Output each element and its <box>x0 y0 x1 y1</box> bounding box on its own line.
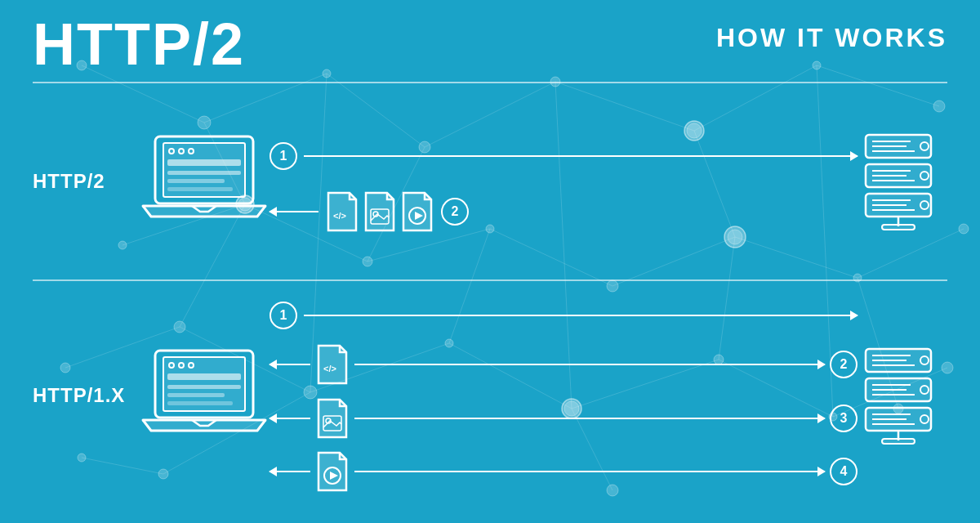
http1x-response3-right <box>354 471 825 472</box>
http1x-server-icon <box>858 342 947 449</box>
svg-rect-75 <box>167 187 233 191</box>
header: HTTP/2 HOW IT WORKS <box>0 0 980 82</box>
http1x-response3-left <box>270 471 310 472</box>
http2-section: HTTP/2 1 <box>0 83 980 279</box>
http1x-image-file-icon <box>315 398 350 439</box>
http2-request-arrow <box>304 155 858 157</box>
http1x-laptop-icon <box>139 338 270 453</box>
http1x-badge-4: 4 <box>830 458 858 485</box>
http2-label: HTTP/2 <box>33 170 131 193</box>
http2-code-file-icon: </> <box>325 191 359 232</box>
page-content: HTTP/2 HOW IT WORKS HTTP/2 <box>0 0 980 523</box>
http2-badge-2: 2 <box>441 198 469 226</box>
http1x-label: HTTP/1.X <box>33 384 131 407</box>
svg-rect-103 <box>167 373 241 380</box>
http1x-response2-right <box>354 418 825 419</box>
svg-rect-104 <box>167 385 241 389</box>
http2-middle: 1 </> <box>270 83 858 279</box>
http1x-request-row: 1 <box>270 302 858 329</box>
http1x-badge-2: 2 <box>830 351 858 378</box>
http1x-response2-left <box>270 418 310 419</box>
http2-video-file-icon <box>400 191 434 232</box>
svg-rect-128 <box>882 439 915 444</box>
http2-image-file-icon <box>363 191 397 232</box>
svg-rect-72 <box>167 159 241 166</box>
svg-rect-106 <box>167 401 233 405</box>
http1x-badge-1: 1 <box>270 302 297 329</box>
http1x-badge-3: 3 <box>830 405 858 432</box>
main-title: HTTP/2 <box>33 15 245 74</box>
http1x-middle: 1 </> 2 <box>270 281 858 510</box>
http2-response-arrow <box>270 211 318 212</box>
http2-laptop-icon <box>139 124 270 239</box>
svg-rect-73 <box>167 171 241 175</box>
svg-rect-74 <box>167 179 225 183</box>
http1x-response-3-row: 4 <box>270 451 858 492</box>
http2-server-icon <box>858 128 947 235</box>
http1x-response-1-row: </> 2 <box>270 344 858 385</box>
http1x-video-file-icon <box>315 451 350 492</box>
http2-badge-1: 1 <box>270 142 297 170</box>
svg-rect-105 <box>167 393 225 397</box>
subtitle: HOW IT WORKS <box>716 23 947 53</box>
svg-text:</>: </> <box>333 211 346 221</box>
http1x-request-arrow <box>304 315 858 316</box>
http2-response-row: </> <box>270 191 858 232</box>
http2-request-row: 1 <box>270 142 858 170</box>
http1x-code-file-icon: </> <box>315 344 350 385</box>
http1x-section: HTTP/1.X 1 <box>0 281 980 510</box>
http2-files: </> <box>325 191 434 232</box>
http1x-response1-right <box>354 364 825 365</box>
http1x-response-2-row: 3 <box>270 398 858 439</box>
http1x-response1-left <box>270 364 310 365</box>
svg-rect-97 <box>882 225 915 230</box>
svg-text:</>: </> <box>323 364 336 373</box>
